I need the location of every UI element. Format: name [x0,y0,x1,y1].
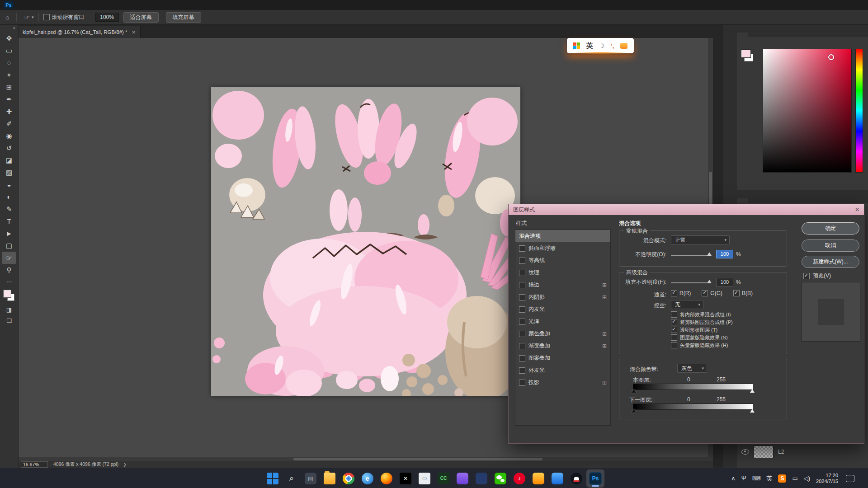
zoom-percent-field[interactable]: 100% [95,13,119,22]
opacity-value-field[interactable]: 100 [716,250,733,258]
opacity-slider-handle[interactable] [707,252,712,256]
notification-center-icon[interactable] [846,475,854,482]
style-checkbox[interactable] [519,331,525,337]
style-list-item[interactable]: 投影 ⊞ [515,376,610,389]
align-panel-icon[interactable] [724,73,736,85]
preview-checkbox[interactable] [803,273,810,279]
close-button[interactable] [853,0,868,10]
minimize-button[interactable] [822,0,837,10]
type-tool[interactable]: T [2,215,16,227]
taskbar-clock[interactable]: 17:20 2024/7/15 [816,473,838,484]
style-list-item[interactable]: 描边 ⊞ [515,279,610,291]
gradient-tool[interactable]: ▨ [2,166,16,178]
style-list-item[interactable]: 渐变叠加 ⊞ [515,340,610,352]
style-checkbox[interactable] [519,294,525,300]
dodge-tool[interactable]: ◐ [2,191,16,203]
status-zoom-field[interactable]: 16.67% [21,461,48,468]
music-app-icon[interactable]: ♪ [510,469,528,488]
add-instance-icon[interactable]: ⊞ [602,380,607,386]
style-list-item[interactable]: 等高线 [515,254,610,267]
panel-tab[interactable] [737,33,748,37]
touch-keyboard-icon[interactable]: ⌨ [752,475,761,482]
blend-option-checkbox[interactable]: 将剪贴图层混合成组 (P) [671,319,733,325]
status-menu-chevron-icon[interactable]: ❯ [123,462,127,467]
blend-option-checkbox[interactable]: 图层蒙版隐藏效果 (S) [671,334,728,341]
blue-app-icon[interactable] [548,469,566,488]
panel-tab[interactable] [748,198,759,203]
history-brush-tool[interactable]: ↺ [2,142,16,154]
underlying-layer-gradient-bar[interactable] [633,404,753,410]
ime-menu-icon[interactable] [573,42,580,49]
start-button[interactable] [264,469,282,488]
channel-checkbox[interactable]: B(B) [733,290,753,296]
blend-mode-dropdown[interactable]: 正常 ▾ [671,235,730,244]
style-list-item[interactable]: 光泽 [515,315,610,328]
healing-brush-tool[interactable]: ✚ [2,105,16,117]
file-explorer-icon[interactable] [321,469,339,488]
screen-mode-icon[interactable]: ❏ [2,315,16,326]
blend-if-handle[interactable] [750,389,755,393]
blend-option-checkbox[interactable]: 矢量蒙版隐藏效果 (H) [671,342,728,348]
color-swatches[interactable] [3,290,15,301]
clone-stamp-tool[interactable]: ◉ [2,130,16,142]
blend-option-checkbox[interactable]: 透明形状图层 (T) [671,327,717,333]
this-layer-gradient-bar[interactable] [633,384,753,390]
checkbox[interactable] [671,327,677,333]
layer-visibility-eye-icon[interactable] [741,449,749,455]
marquee-tool[interactable]: ▭ [2,44,16,56]
shape-tool[interactable]: ▢ [2,239,16,252]
style-checkbox[interactable] [519,245,525,252]
panel-tab[interactable] [737,198,748,203]
channel-checkbox[interactable]: R(R) [671,290,691,296]
tab-close-icon[interactable]: ✕ [132,30,136,35]
checkbox[interactable] [671,311,677,318]
chrome-icon[interactable] [340,469,358,488]
style-list-item[interactable]: 内阴影 ⊞ [515,291,610,303]
hand-tool-preset-icon[interactable]: ☞ [21,14,33,21]
comments-panel-icon[interactable] [724,50,736,61]
style-checkbox[interactable] [519,270,525,276]
knockout-dropdown[interactable]: 无 ▾ [671,300,703,309]
purple-app-icon[interactable] [453,469,472,488]
style-checkbox[interactable] [519,367,525,374]
quick-mask-icon[interactable]: ◨ [2,304,16,315]
brush-tool[interactable]: ✐ [2,117,16,130]
horizontal-scrollbar[interactable] [18,457,713,461]
search-taskbar-icon[interactable]: ⌕ [283,469,301,488]
canvas-artwork[interactable] [211,87,520,396]
dialog-title-bar[interactable]: 图层样式 ✕ [509,204,864,215]
collapse-panels-icon[interactable] [724,26,736,38]
scroll-all-windows-checkbox[interactable] [43,14,50,20]
fit-screen-button[interactable]: 适合屏幕 [123,12,159,23]
add-instance-icon[interactable]: ⊞ [602,331,607,337]
qq-icon[interactable] [567,469,585,488]
ok-button[interactable]: 确定 [802,222,859,235]
layer-row[interactable]: L2 [737,445,868,459]
blend-option-checkbox[interactable]: 将内部效果混合成组 (I) [671,311,731,318]
fill-opacity-slider-handle[interactable] [707,280,712,283]
wechat-icon[interactable] [491,469,509,488]
new-style-button[interactable]: 新建样式(W)... [802,256,859,268]
style-checkbox[interactable] [519,355,525,361]
ime-toolbox-icon[interactable] [620,43,627,49]
eraser-tool[interactable]: ◪ [2,154,16,166]
opacity-slider[interactable] [671,255,711,256]
checkbox[interactable] [671,290,677,296]
microphone-icon[interactable]: Ψ [741,475,746,482]
style-list-item[interactable]: 内发光 [515,303,610,315]
checkbox[interactable] [702,290,708,296]
checkbox[interactable] [733,290,740,296]
style-list-item[interactable]: 外发光 [515,364,610,376]
home-icon[interactable]: ⌂ [3,14,12,21]
fill-opacity-slider[interactable] [671,282,711,283]
history-panel-icon[interactable] [724,61,736,73]
layer-thumbnail[interactable] [754,446,774,458]
add-instance-icon[interactable]: ⊞ [602,294,607,300]
orange-app-icon[interactable] [529,469,547,488]
preview-checkbox-row[interactable]: 预览(V) [803,272,831,280]
lasso-tool[interactable]: ◌ [2,56,16,69]
style-list-item[interactable]: 斜面和浮雕 [515,242,610,254]
dialog-close-icon[interactable]: ✕ [855,206,859,213]
tray-expand-icon[interactable]: ∧ [731,475,736,482]
object-selection-tool[interactable]: ⌖ [2,69,16,81]
